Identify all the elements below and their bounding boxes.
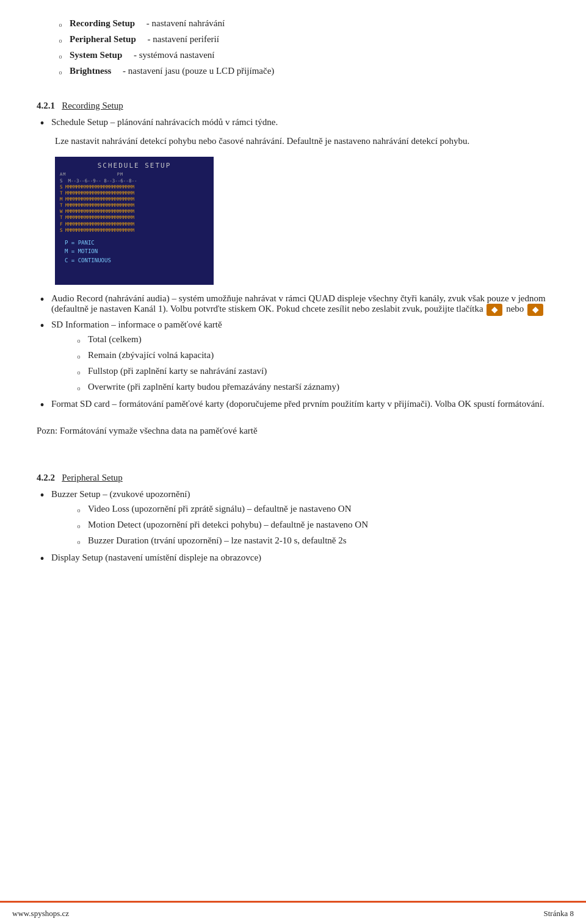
display-setup-item: • Display Setup (nastavení umístění disp… [37, 553, 549, 565]
list-item-system-setup: o System Setup - systémová nastavení [55, 50, 549, 63]
item-label: Brightness - nastavení jasu (pouze u LCD… [70, 66, 274, 76]
buzzer-motion-detect: o Motion Detect (upozornění při detekci … [73, 520, 549, 533]
sd-total: o Total (celkem) [73, 334, 549, 348]
display-setup-text: Display Setup (nastavení umístění disple… [51, 553, 261, 563]
bullet: • [37, 320, 48, 332]
sd-fullstop: o Fullstop (při zaplnění karty se nahráv… [73, 366, 549, 379]
schedule-image-title: SCHEDULE SETUP [98, 162, 172, 170]
button-minus: ◆ [527, 304, 543, 316]
bullet: • [37, 399, 48, 411]
item-label: Recording Setup - nastavení nahrávání [70, 18, 225, 29]
sd-information-text: SD Information – informace o paměťové ka… [51, 320, 222, 330]
item-label: Peripheral Setup - nastavení periferií [70, 34, 219, 45]
list-item-brightness: o Brightness - nastavení jasu (pouze u L… [55, 66, 549, 79]
circle-bullet: o [73, 520, 84, 533]
audio-record-text: Audio Record (nahrávání audia) – systém … [51, 293, 549, 316]
schedule-setup-item: • Schedule Setup – plánování nahrávacích… [37, 117, 549, 129]
circle-bullet: o [55, 18, 66, 32]
buzzer-duration: o Buzzer Duration (trvání upozornění) – … [73, 535, 549, 549]
circle-bullet: o [55, 50, 66, 63]
circle-bullet: o [73, 350, 84, 364]
button-plus: ◆ [487, 304, 502, 316]
audio-record-item: • Audio Record (nahrávání audia) – systé… [37, 293, 549, 316]
sd-overwrite: o Overwrite (při zaplnění karty budou př… [73, 382, 549, 395]
buzzer-setup-item: • Buzzer Setup – (zvukové upozornění) [37, 489, 549, 501]
bullet: • [37, 489, 48, 501]
format-sd-item: • Format SD card – formátování paměťové … [37, 399, 549, 411]
sd-information-item: • SD Information – informace o paměťové … [37, 320, 549, 332]
circle-bullet: o [73, 504, 84, 517]
circle-bullet: o [73, 334, 84, 348]
schedule-legend: P = PANIC M = MOTION C = CONTINUOUS [60, 238, 111, 265]
section-421-title: 4.2.1 Recording Setup [37, 101, 549, 111]
bullet: • [37, 553, 48, 565]
schedule-grid: AM PM S M--3--6--9-- 8--3--6--8-- S MMMM… [60, 172, 209, 234]
list-item-peripheral-setup: o Peripheral Setup - nastavení periferií [55, 34, 549, 48]
buzzer-setup-text: Buzzer Setup – (zvukové upozornění) [51, 489, 190, 500]
bullet: • [37, 117, 48, 129]
note-paragraph: Pozn: Formátování vymaže všechna data na… [37, 424, 549, 438]
circle-bullet: o [73, 535, 84, 549]
circle-bullet: o [73, 366, 84, 379]
circle-bullet: o [55, 34, 66, 48]
sd-remain: o Remain (zbývající volná kapacita) [73, 350, 549, 364]
footer-website: www.spyshops.cz [12, 909, 69, 919]
circle-bullet: o [73, 382, 84, 395]
circle-bullet: o [55, 66, 66, 79]
bullet: • [37, 293, 48, 306]
format-sd-text: Format SD card – formátování paměťové ka… [51, 399, 544, 409]
schedule-setup-image: SCHEDULE SETUP AM PM S M--3--6--9-- 8--3… [55, 157, 214, 285]
paragraph-motion-recording: Lze nastavit nahrávání detekcí pohybu ne… [55, 134, 549, 148]
item-label: System Setup - systémová nastavení [70, 50, 214, 60]
buzzer-video-loss: o Video Loss (upozornění při zprátě sign… [73, 504, 549, 517]
schedule-setup-text: Schedule Setup – plánování nahrávacích m… [51, 117, 278, 127]
section-422-title: 4.2.2 Peripheral Setup [37, 473, 549, 483]
footer-page-number: Stránka 8 [544, 909, 574, 919]
list-item-recording-setup: o Recording Setup - nastavení nahrávání [55, 18, 549, 32]
page-footer: www.spyshops.cz Stránka 8 [0, 901, 586, 924]
